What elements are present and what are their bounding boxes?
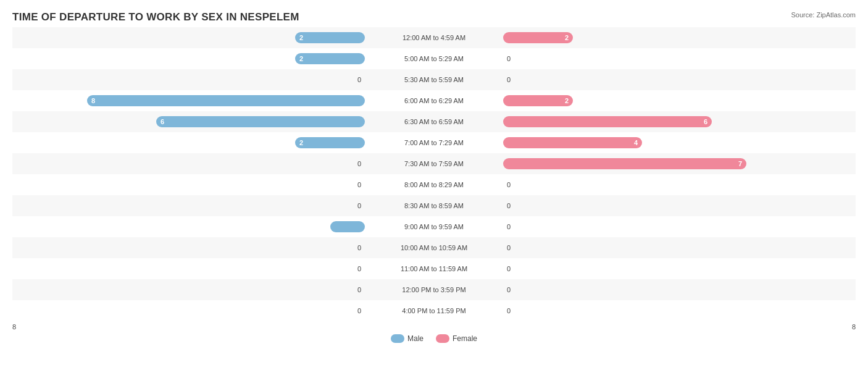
male-value-zero: 0	[357, 76, 361, 83]
legend: Male Female	[12, 334, 856, 343]
left-side: 2	[12, 53, 434, 64]
right-side: 0	[434, 223, 856, 230]
right-side: 6	[434, 116, 856, 127]
bar-row: 86:00 AM to 6:29 AM2	[12, 90, 856, 111]
female-value-zero: 0	[507, 202, 511, 209]
female-value-zero: 0	[507, 265, 511, 272]
female-value: 2	[565, 34, 569, 41]
bar-row: 66:30 AM to 6:59 AM6	[12, 111, 856, 132]
chart-area: 212:00 AM to 4:59 AM225:00 AM to 5:29 AM…	[12, 27, 856, 321]
bar-row: 010:00 AM to 10:59 AM0	[12, 237, 856, 258]
left-side: 0	[12, 307, 434, 314]
male-value-zero: 0	[357, 244, 361, 251]
bar-row: 012:00 PM to 3:59 PM0	[12, 279, 856, 300]
left-side: 0	[12, 181, 434, 188]
female-value: 6	[704, 118, 707, 125]
left-side: 6	[12, 116, 434, 127]
female-value: 7	[738, 160, 742, 167]
right-side: 0	[434, 181, 856, 188]
right-side: 2	[434, 32, 856, 43]
right-side: 7	[434, 158, 856, 169]
female-value-zero: 0	[507, 76, 511, 83]
chart-title: TIME OF DEPARTURE TO WORK BY SEX IN NESP…	[12, 11, 856, 23]
female-value-zero: 0	[507, 286, 511, 293]
bottom-axis: 8 8	[12, 323, 856, 331]
bar-row: 08:00 AM to 8:29 AM0	[12, 174, 856, 195]
axis-right: 8	[852, 323, 856, 331]
right-side: 0	[434, 307, 856, 314]
bar-row: 08:30 AM to 8:59 AM0	[12, 195, 856, 216]
bar-row: 011:00 AM to 11:59 AM0	[12, 258, 856, 279]
female-value-zero: 0	[507, 244, 511, 251]
male-value-zero: 0	[357, 160, 361, 167]
male-value: 6	[161, 118, 164, 125]
left-side: 0	[12, 244, 434, 251]
bar-row: 05:30 AM to 5:59 AM0	[12, 69, 856, 90]
female-value: 4	[634, 139, 638, 146]
source-text: Source: ZipAtlas.com	[791, 11, 856, 19]
legend-male-swatch	[391, 334, 404, 343]
legend-female-swatch	[436, 334, 449, 343]
bar-row: 25:00 AM to 5:29 AM0	[12, 48, 856, 69]
female-value: 2	[565, 97, 569, 104]
right-side: 0	[434, 244, 856, 251]
right-side: 0	[434, 202, 856, 209]
male-value: 2	[299, 55, 303, 62]
legend-male-label: Male	[407, 334, 424, 343]
male-value-zero: 0	[357, 181, 361, 188]
male-value: 2	[299, 139, 303, 146]
left-side: 0	[12, 265, 434, 272]
left-side: 0	[12, 160, 434, 167]
bar-row: 07:30 AM to 7:59 AM7	[12, 153, 856, 174]
male-value: 8	[91, 97, 95, 104]
right-side: 0	[434, 55, 856, 62]
male-value-zero: 0	[357, 286, 361, 293]
female-value-zero: 0	[507, 181, 511, 188]
female-value-zero: 0	[507, 223, 511, 230]
legend-male: Male	[391, 334, 424, 343]
legend-female: Female	[436, 334, 477, 343]
left-side: 8	[12, 95, 434, 106]
right-side: 0	[434, 265, 856, 272]
left-side: 0	[12, 76, 434, 83]
female-value-zero: 0	[507, 55, 511, 62]
chart-container: TIME OF DEPARTURE TO WORK BY SEX IN NESP…	[0, 0, 868, 367]
male-value-zero: 0	[357, 265, 361, 272]
female-value-zero: 0	[507, 307, 511, 314]
bar-row: 212:00 AM to 4:59 AM2	[12, 27, 856, 48]
axis-left: 8	[12, 323, 16, 331]
right-side: 2	[434, 95, 856, 106]
male-value-zero: 0	[357, 202, 361, 209]
left-side: 0	[12, 202, 434, 209]
left-side: 0	[12, 286, 434, 293]
left-side: 2	[12, 137, 434, 148]
legend-female-label: Female	[453, 334, 477, 343]
rows-wrapper: 212:00 AM to 4:59 AM225:00 AM to 5:29 AM…	[12, 27, 856, 321]
male-value: 2	[299, 34, 303, 41]
right-side: 0	[434, 286, 856, 293]
bar-row: 9:00 AM to 9:59 AM0	[12, 216, 856, 237]
male-value-zero: 0	[357, 307, 361, 314]
left-side: 2	[12, 32, 434, 43]
bar-row: 04:00 PM to 11:59 PM0	[12, 300, 856, 321]
right-side: 4	[434, 137, 856, 148]
right-side: 0	[434, 76, 856, 83]
left-side	[12, 221, 434, 232]
bar-row: 27:00 AM to 7:29 AM4	[12, 132, 856, 153]
